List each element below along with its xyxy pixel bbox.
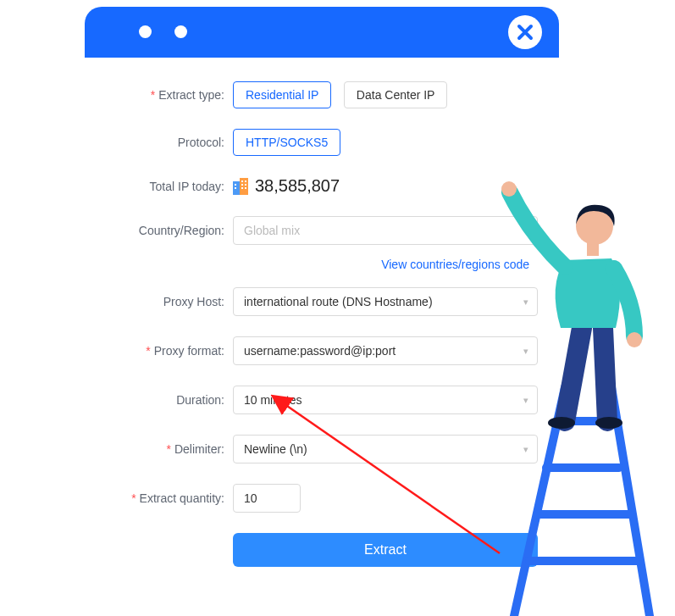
proxy-host-value: international route (DNS Hostname) — [244, 295, 433, 308]
country-label: Country/Region: — [106, 224, 233, 237]
svg-rect-21 — [587, 239, 599, 256]
chevron-down-icon: ▾ — [523, 444, 528, 455]
svg-rect-8 — [235, 184, 236, 186]
proxy-format-value: username:password@ip:port — [244, 344, 396, 358]
close-icon — [515, 22, 535, 42]
proxy-host-select[interactable]: international route (DNS Hostname) ▾ — [233, 287, 538, 316]
svg-rect-3 — [245, 180, 246, 182]
extract-qty-label: *Extract quantity: — [106, 491, 233, 505]
close-button[interactable] — [508, 15, 542, 49]
svg-rect-5 — [245, 184, 246, 186]
country-select[interactable]: Global mix ▾ — [233, 216, 538, 245]
svg-rect-7 — [245, 187, 246, 189]
window-dot-icon — [174, 25, 187, 38]
building-icon — [233, 178, 248, 195]
chevron-down-icon: ▾ — [523, 395, 528, 406]
chevron-down-icon: ▾ — [523, 225, 528, 236]
svg-point-22 — [576, 208, 613, 245]
extract-type-option-datacenter[interactable]: Data Center IP — [344, 81, 448, 108]
duration-label: Duration: — [106, 393, 233, 407]
svg-rect-4 — [241, 184, 243, 186]
total-ip-value: 38,585,807 — [233, 176, 538, 196]
svg-rect-9 — [235, 187, 236, 189]
extract-qty-value: 10 — [244, 491, 257, 505]
proxy-host-label: Proxy Host: — [106, 295, 233, 308]
extract-type-label: *Extract type: — [106, 88, 233, 102]
delimiter-select[interactable]: Newline (\n) ▾ — [233, 435, 538, 463]
duration-select[interactable]: 10 minutes ▾ — [233, 386, 538, 414]
total-ip-label: Total IP today: — [106, 180, 233, 193]
window-dot-icon — [139, 25, 152, 38]
extract-qty-input[interactable]: 10 — [233, 484, 301, 513]
svg-point-20 — [627, 332, 642, 347]
proxy-format-select[interactable]: username:password@ip:port ▾ — [233, 336, 538, 365]
proxy-format-label: *Proxy format: — [106, 344, 233, 358]
delimiter-value: Newline (\n) — [244, 442, 307, 456]
delimiter-label: *Delimiter: — [106, 442, 233, 456]
protocol-option[interactable]: HTTP/SOCKS5 — [233, 129, 340, 156]
svg-rect-6 — [241, 187, 243, 189]
duration-value: 10 minutes — [244, 393, 302, 407]
svg-point-18 — [595, 417, 622, 429]
protocol-label: Protocol: — [106, 136, 233, 149]
chevron-down-icon: ▾ — [523, 297, 528, 308]
view-countries-link[interactable]: View countries/regions code — [381, 258, 529, 271]
extract-button[interactable]: Extract — [233, 533, 538, 567]
extract-type-option-residential[interactable]: Residential IP — [233, 81, 331, 108]
svg-rect-1 — [240, 178, 248, 195]
chevron-down-icon: ▾ — [523, 346, 528, 357]
svg-line-12 — [611, 387, 650, 616]
country-placeholder: Global mix — [244, 224, 300, 237]
extract-form: *Extract type: Residential IP Data Cente… — [85, 58, 559, 567]
svg-rect-2 — [241, 180, 243, 182]
window-titlebar — [85, 7, 559, 58]
modal-window: *Extract type: Residential IP Data Cente… — [85, 7, 559, 616]
